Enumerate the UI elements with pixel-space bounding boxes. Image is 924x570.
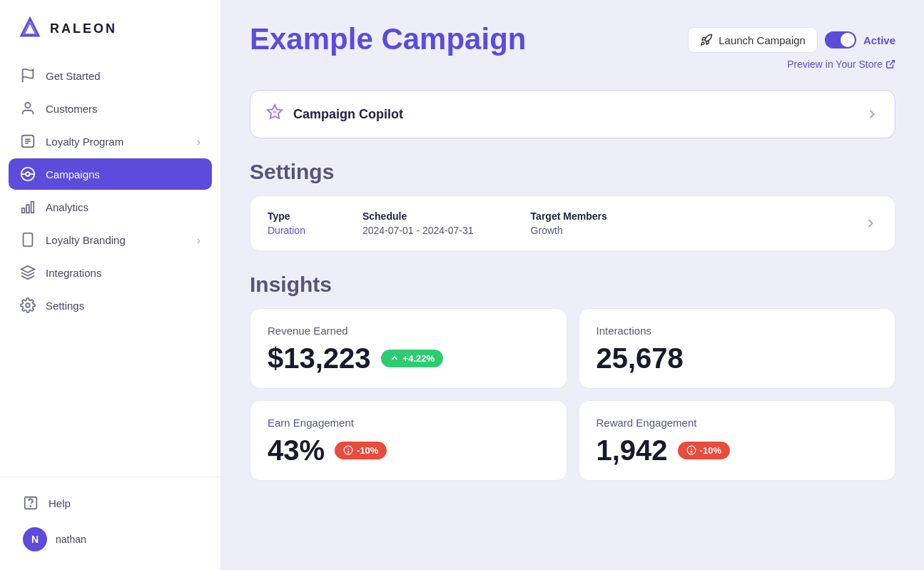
sidebar-item-customers[interactable]: Customers xyxy=(9,93,212,124)
help-icon xyxy=(23,495,39,511)
copilot-left: Campaign Copilot xyxy=(266,103,403,125)
insight-badge: +4.22% xyxy=(381,350,443,367)
insight-value-row: 1,942 -10% xyxy=(596,436,878,464)
insight-card-earn-engagement: Earn Engagement 43% -10% xyxy=(250,400,567,481)
insight-value: 1,942 xyxy=(596,436,668,464)
settings-card[interactable]: Type Duration Schedule 2024-07-01 - 2024… xyxy=(250,195,895,251)
chevron-right-icon: › xyxy=(197,234,200,246)
svg-point-3 xyxy=(25,103,30,108)
sidebar-item-loyalty-program[interactable]: Loyalty Program › xyxy=(9,126,212,157)
campaign-copilot-card[interactable]: Campaign Copilot xyxy=(250,90,895,138)
user-profile[interactable]: N nathan xyxy=(14,520,206,559)
person-icon xyxy=(20,101,36,116)
sidebar-item-label: Help xyxy=(49,497,71,509)
svg-rect-12 xyxy=(22,208,25,213)
insight-label: Revenue Earned xyxy=(268,325,549,337)
launch-campaign-button[interactable]: Launch Campaign xyxy=(688,27,818,53)
preview-store-link[interactable]: Preview in Your Store xyxy=(787,58,895,70)
sidebar-item-loyalty-branding[interactable]: Loyalty Branding › xyxy=(9,224,212,255)
type-value: Duration xyxy=(268,225,305,236)
logo-text: RALEON xyxy=(50,21,117,36)
settings-schedule-col: Schedule 2024-07-01 - 2024-07-31 xyxy=(362,210,474,236)
toggle-row: Launch Campaign Active xyxy=(688,27,895,53)
star-settings-icon xyxy=(20,133,36,149)
insight-badge: -10% xyxy=(678,442,730,459)
sidebar-item-label: Customers xyxy=(46,103,98,115)
sidebar-item-help[interactable]: Help xyxy=(14,489,206,517)
svg-point-18 xyxy=(26,303,30,307)
flag-icon xyxy=(20,68,36,83)
svg-point-26 xyxy=(347,452,348,452)
tablet-icon xyxy=(20,232,36,248)
sidebar-item-analytics[interactable]: Analytics xyxy=(9,191,212,223)
schedule-value: 2024-07-01 - 2024-07-31 xyxy=(362,225,474,236)
svg-point-29 xyxy=(691,452,691,452)
logo-icon xyxy=(17,16,43,41)
sidebar: RALEON Get Started Customers Loyalty Pro… xyxy=(0,0,221,570)
sidebar-item-label: Loyalty Program xyxy=(46,136,123,148)
target-value: Growth xyxy=(531,225,607,236)
insights-grid: Revenue Earned $13,223 +4.22% Interactio… xyxy=(250,308,895,481)
insight-label: Interactions xyxy=(596,325,878,337)
sidebar-item-label: Get Started xyxy=(46,70,101,82)
insight-value-row: $13,223 +4.22% xyxy=(268,344,549,372)
svg-marker-17 xyxy=(21,266,34,273)
page-header: Example Campaign Launch Campaign Active … xyxy=(250,23,895,70)
target-label: Target Members xyxy=(531,210,607,222)
settings-section-title: Settings xyxy=(250,160,895,184)
sidebar-item-label: Loyalty Branding xyxy=(46,234,126,246)
svg-point-9 xyxy=(26,172,30,176)
insight-value-row: 43% -10% xyxy=(268,436,549,464)
rocket-icon xyxy=(700,34,713,46)
svg-point-20 xyxy=(31,506,31,507)
insight-value: 25,678 xyxy=(596,344,684,372)
header-actions: Launch Campaign Active Preview in Your S… xyxy=(688,23,895,70)
settings-type-col: Type Duration xyxy=(268,210,305,236)
layers-icon xyxy=(20,265,36,280)
active-toggle[interactable] xyxy=(825,31,856,49)
external-link-icon xyxy=(885,59,895,69)
sidebar-item-label: Integrations xyxy=(46,267,101,279)
sidebar-nav: Get Started Customers Loyalty Program › … xyxy=(0,54,220,477)
copilot-icon xyxy=(266,103,283,125)
svg-marker-0 xyxy=(21,19,39,36)
campaigns-icon xyxy=(20,166,36,182)
insight-card-interactions: Interactions 25,678 xyxy=(579,308,896,389)
main-content: Example Campaign Launch Campaign Active … xyxy=(221,0,924,570)
page-title: Example Campaign xyxy=(250,23,526,56)
sidebar-item-label: Analytics xyxy=(46,201,88,213)
sidebar-item-label: Campaigns xyxy=(46,168,100,180)
insight-value-row: 25,678 xyxy=(596,344,878,372)
insight-value: $13,223 xyxy=(268,344,371,372)
gear-icon xyxy=(20,297,36,313)
active-label: Active xyxy=(863,34,895,46)
insight-value: 43% xyxy=(268,436,325,464)
sidebar-bottom: Help N nathan xyxy=(0,477,220,570)
sidebar-item-campaigns[interactable]: Campaigns xyxy=(9,158,212,190)
settings-target-col: Target Members Growth xyxy=(531,210,607,236)
insight-card-revenue: Revenue Earned $13,223 +4.22% xyxy=(250,308,567,389)
sidebar-item-settings[interactable]: Settings xyxy=(9,290,212,321)
svg-rect-13 xyxy=(26,205,29,213)
insight-badge: -10% xyxy=(335,442,387,459)
user-name: nathan xyxy=(56,534,86,545)
chevron-right-icon xyxy=(865,107,879,121)
svg-point-23 xyxy=(273,111,276,113)
insight-label: Earn Engagement xyxy=(268,417,549,429)
sidebar-item-label: Settings xyxy=(46,300,84,312)
insights-section-title: Insights xyxy=(250,273,895,297)
chart-icon xyxy=(20,199,36,215)
schedule-label: Schedule xyxy=(362,210,474,222)
type-label: Type xyxy=(268,210,305,222)
settings-columns: Type Duration Schedule 2024-07-01 - 2024… xyxy=(268,210,863,236)
sidebar-item-get-started[interactable]: Get Started xyxy=(9,60,212,91)
chevron-right-icon: › xyxy=(197,136,200,148)
chevron-right-icon xyxy=(863,216,878,230)
logo: RALEON xyxy=(0,0,220,54)
svg-rect-15 xyxy=(24,233,33,246)
svg-rect-14 xyxy=(31,202,34,213)
copilot-title: Campaign Copilot xyxy=(293,107,403,122)
avatar: N xyxy=(23,527,47,551)
sidebar-item-integrations[interactable]: Integrations xyxy=(9,257,212,288)
toggle-knob xyxy=(841,33,855,47)
